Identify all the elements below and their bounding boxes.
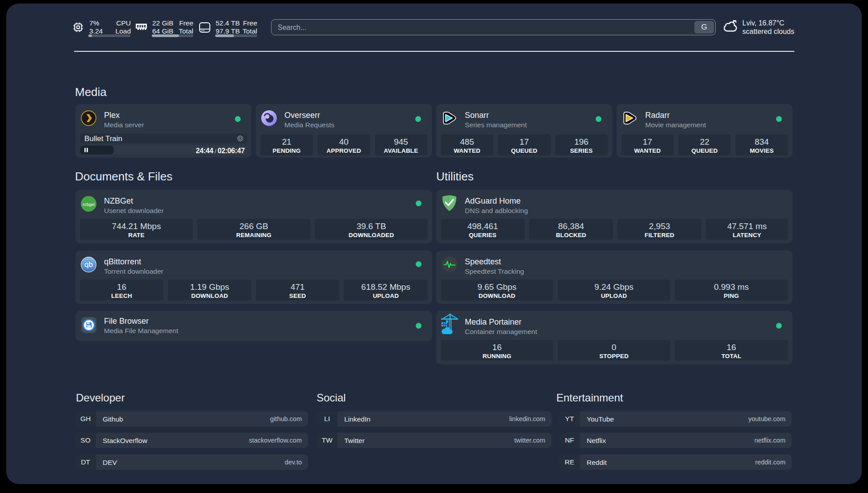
svg-text:qb: qb — [84, 260, 93, 269]
svg-text:nzbget: nzbget — [83, 202, 95, 207]
